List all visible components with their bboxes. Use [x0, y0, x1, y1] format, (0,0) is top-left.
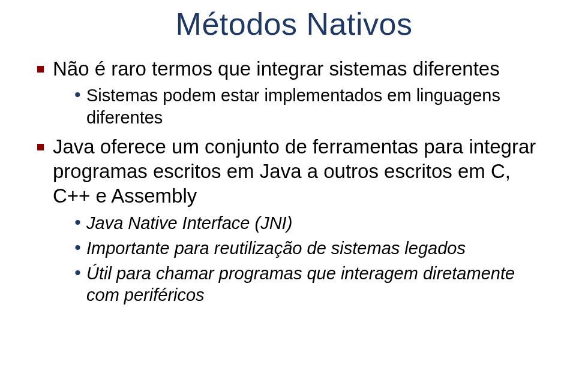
bullet-2: Java oferece um conjunto de ferramentas … — [36, 134, 552, 306]
bullet-1-text: Não é raro termos que integrar sistemas … — [53, 58, 500, 80]
bullet-1-sub-1: Sistemas podem estar implementados em li… — [74, 85, 552, 128]
bullet-1: Não é raro termos que integrar sistemas … — [36, 56, 552, 128]
bullet-2-sub-2: Importante para reutilização de sistemas… — [74, 237, 552, 259]
bullet-2-sub-1: Java Native Interface (JNI) — [74, 212, 552, 234]
bullet-1-sublist: Sistemas podem estar implementados em li… — [53, 85, 552, 128]
slide: Métodos Nativos Não é raro termos que in… — [0, 0, 576, 392]
bullet-list: Não é raro termos que integrar sistemas … — [36, 56, 552, 306]
bullet-2-sublist: Java Native Interface (JNI) Importante p… — [53, 212, 552, 306]
bullet-2-text: Java oferece um conjunto de ferramentas … — [53, 135, 536, 207]
bullet-2-sub-3: Útil para chamar programas que interagem… — [74, 263, 552, 306]
slide-title: Métodos Nativos — [36, 6, 552, 42]
